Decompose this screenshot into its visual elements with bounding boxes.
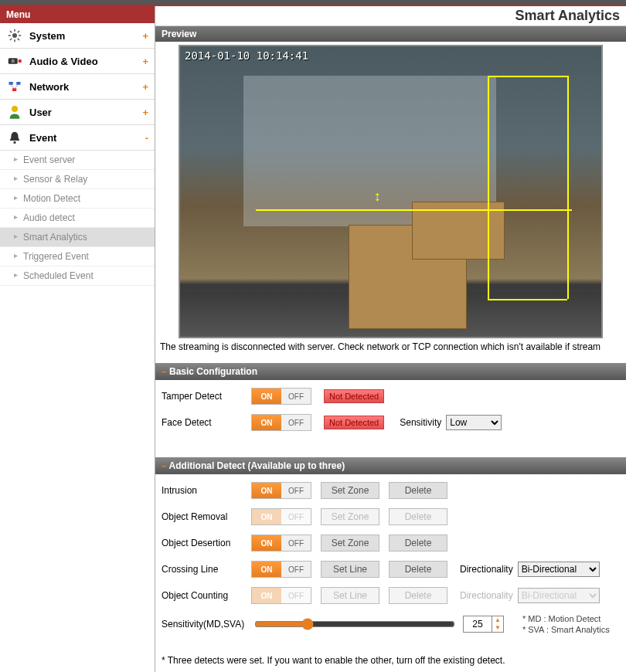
svg-rect-13 xyxy=(16,82,20,85)
menu-item-label: Event xyxy=(29,132,56,144)
tamper-status: Not Detected xyxy=(324,389,384,403)
menu-item-user[interactable]: User + xyxy=(0,100,155,125)
tamper-detect-label: Tamper Detect xyxy=(162,391,247,402)
svg-line-5 xyxy=(10,31,12,32)
page-title: Smart Analytics xyxy=(155,6,626,26)
menu-item-label: System xyxy=(29,30,65,42)
bell-icon xyxy=(6,131,23,144)
legend-md: * MD : Motion Detect xyxy=(522,613,610,624)
basic-config-header: Basic Configuration xyxy=(155,363,626,380)
crossing-line-label: Crossing Line xyxy=(162,564,247,575)
svg-line-8 xyxy=(18,31,19,32)
gear-icon xyxy=(6,29,23,42)
intrusion-delete-button[interactable]: Delete xyxy=(389,482,447,499)
expand-icon: + xyxy=(142,56,148,67)
sidebar-item-motion-detect[interactable]: Motion Detect xyxy=(0,189,155,209)
network-icon xyxy=(6,80,23,93)
sidebar-item-audio-detect[interactable]: Audio detect xyxy=(0,209,155,228)
sidebar-item-smart-analytics[interactable]: Smart Analytics xyxy=(0,228,155,247)
object-desertion-toggle[interactable]: ONOFF xyxy=(251,535,311,552)
sidebar: Menu System + Audio & Video + Network + … xyxy=(0,6,155,672)
menu-item-label: User xyxy=(29,107,52,118)
object-counting-setline-button: Set Line xyxy=(321,587,379,604)
sidebar-item-scheduled-event[interactable]: Scheduled Event xyxy=(0,266,155,286)
additional-detect-header: Additional Detect (Available up to three… xyxy=(155,457,626,474)
object-desertion-delete-button[interactable]: Delete xyxy=(389,535,447,552)
preview-header: Preview xyxy=(155,26,626,42)
svg-line-6 xyxy=(18,39,19,40)
sensitivity-spinner[interactable]: ▲▼ xyxy=(463,616,504,633)
face-sensitivity-select[interactable]: Low xyxy=(446,415,502,430)
sidebar-item-triggered-event[interactable]: Triggered Event xyxy=(0,247,155,266)
intrusion-setzone-button[interactable]: Set Zone xyxy=(321,482,379,499)
crossing-directionality-label: Directionality xyxy=(460,564,513,575)
counting-directionality-select: Bi-Directional xyxy=(518,588,600,603)
spin-down-icon[interactable]: ▼ xyxy=(492,624,503,632)
svg-point-10 xyxy=(12,59,15,63)
counting-directionality-label: Directionality xyxy=(460,590,513,601)
sensitivity-input[interactable] xyxy=(464,619,492,630)
three-detects-note: * Three detects were set. If you want to… xyxy=(155,652,626,672)
object-removal-delete-button: Delete xyxy=(389,508,447,525)
sidebar-item-event-server[interactable]: Event server xyxy=(0,151,155,170)
expand-icon: + xyxy=(142,107,148,118)
expand-icon: + xyxy=(142,30,148,42)
user-icon xyxy=(6,105,23,119)
svg-point-18 xyxy=(13,141,15,144)
intrusion-label: Intrusion xyxy=(162,485,247,496)
sensitivity-slider[interactable] xyxy=(254,618,455,630)
svg-line-7 xyxy=(10,39,12,40)
intrusion-toggle[interactable]: ONOFF xyxy=(251,482,311,499)
face-toggle[interactable]: ON OFF xyxy=(251,414,311,431)
menu-item-system[interactable]: System + xyxy=(0,23,155,49)
collapse-icon: - xyxy=(145,132,148,144)
preview-video: 2014-01-10 10:14:41 ↕ xyxy=(179,45,603,338)
legend-sva: * SVA : Smart Analytics xyxy=(522,624,610,635)
svg-line-15 xyxy=(11,85,15,89)
sidebar-item-sensor-relay[interactable]: Sensor & Relay xyxy=(0,170,155,189)
top-separator xyxy=(0,0,626,6)
stream-error-text: The streaming is disconnected with serve… xyxy=(155,340,626,354)
crossing-line-toggle[interactable]: ONOFF xyxy=(251,561,311,578)
expand-icon: + xyxy=(142,81,148,93)
menu-item-label: Audio & Video xyxy=(29,56,98,67)
menu-item-event[interactable]: Event - xyxy=(0,125,155,151)
svg-point-17 xyxy=(12,106,18,112)
spin-up-icon[interactable]: ▲ xyxy=(492,616,503,624)
crossing-line-delete-button[interactable]: Delete xyxy=(389,561,447,578)
face-sensitivity-label: Sensitivity xyxy=(400,417,441,428)
svg-rect-14 xyxy=(12,88,16,91)
menu-item-label: Network xyxy=(29,81,69,93)
crossing-line-setline-button[interactable]: Set Line xyxy=(321,561,379,578)
menu-item-audio-video[interactable]: Audio & Video + xyxy=(0,49,155,74)
timestamp-overlay: 2014-01-10 10:14:41 xyxy=(185,49,308,62)
object-desertion-label: Object Desertion xyxy=(162,538,247,548)
crossing-directionality-select[interactable]: Bi-Directional xyxy=(518,562,600,577)
svg-line-16 xyxy=(15,85,19,89)
face-status: Not Detected xyxy=(324,416,384,429)
svg-point-0 xyxy=(12,33,17,38)
camera-icon xyxy=(6,54,23,68)
object-removal-toggle[interactable]: ONOFF xyxy=(251,508,311,525)
object-removal-label: Object Removal xyxy=(162,511,247,522)
svg-rect-12 xyxy=(9,82,13,85)
tamper-toggle[interactable]: ON OFF xyxy=(251,388,311,405)
object-counting-delete-button: Delete xyxy=(389,587,447,604)
menu-item-network[interactable]: Network + xyxy=(0,74,155,100)
svg-point-11 xyxy=(19,59,22,63)
object-counting-toggle[interactable]: ONOFF xyxy=(251,587,311,604)
object-counting-label: Object Counting xyxy=(162,590,247,601)
object-removal-setzone-button: Set Zone xyxy=(321,508,379,525)
content-pane: Smart Analytics Preview 2014-01-10 10:14… xyxy=(155,6,626,672)
sensitivity-label: Sensitivity(MD,SVA) xyxy=(162,619,247,630)
menu-header: Menu xyxy=(0,6,155,23)
object-desertion-setzone-button[interactable]: Set Zone xyxy=(321,535,379,552)
face-detect-label: Face Detect xyxy=(162,417,247,428)
